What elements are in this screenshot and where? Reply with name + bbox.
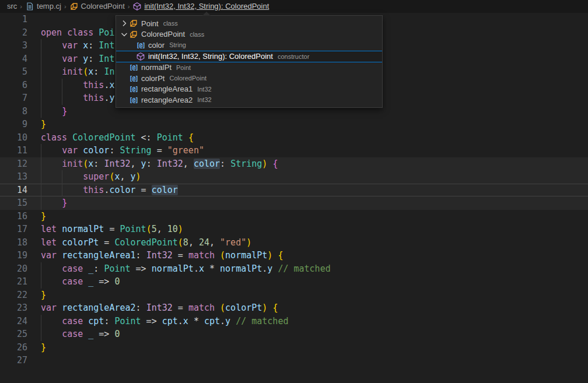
token: Int bbox=[99, 54, 114, 64]
line-number: 18 bbox=[0, 236, 27, 250]
chevron-down-icon[interactable] bbox=[120, 30, 129, 39]
line-number: 4 bbox=[0, 52, 27, 66]
token bbox=[41, 106, 62, 117]
symbol-row-rectanglearea2[interactable]: [@]rectangleArea2Int32 bbox=[116, 94, 382, 106]
code-text: let colorPt = ColoredPoint(8, 24, "red") bbox=[41, 236, 251, 250]
token: <: bbox=[141, 132, 152, 143]
symbol-class-icon bbox=[129, 30, 138, 39]
token: In bbox=[104, 66, 114, 77]
token: x bbox=[83, 40, 88, 51]
code-line-16[interactable]: 16} bbox=[0, 210, 588, 223]
symbol-name: init(Int32, Int32, String): ColoredPoint bbox=[148, 52, 273, 61]
token: } bbox=[41, 211, 46, 222]
code-line-19[interactable]: 19var rectangleArea1: Int32 = match (nor… bbox=[0, 249, 588, 262]
token: : bbox=[146, 159, 157, 169]
code-text: } bbox=[41, 289, 46, 302]
token: => bbox=[93, 276, 114, 287]
line-number: 6 bbox=[0, 79, 27, 92]
symbol-class-icon bbox=[129, 19, 138, 28]
line-number: 5 bbox=[0, 65, 27, 79]
token: } bbox=[62, 198, 67, 208]
line-number: 16 bbox=[0, 210, 27, 223]
token bbox=[57, 237, 62, 248]
breadcrumb-item-temp-cj[interactable]: temp.cj bbox=[25, 0, 61, 13]
token: => bbox=[93, 329, 114, 339]
token: y bbox=[141, 159, 146, 169]
dropdown-notch bbox=[202, 12, 211, 16]
token: 0 bbox=[114, 329, 120, 339]
token: ) bbox=[262, 303, 267, 313]
breadcrumb-separator-icon: › bbox=[128, 0, 130, 13]
code-text: } bbox=[41, 118, 46, 131]
code-text: } bbox=[41, 105, 67, 118]
symbol-row-colorpt[interactable]: [@]colorPtColoredPoint bbox=[116, 73, 382, 84]
token bbox=[41, 276, 62, 287]
token bbox=[41, 263, 62, 274]
symbol-row-init-int32-int32-string-[interactable]: init(Int32, Int32, String): ColoredPoint… bbox=[116, 51, 382, 62]
line-number: 12 bbox=[0, 157, 27, 171]
token bbox=[41, 329, 62, 339]
code-text: super(x, y) bbox=[41, 170, 141, 184]
token: cpt bbox=[162, 316, 178, 326]
symbol-row-color[interactable]: [@]colorString bbox=[116, 40, 382, 51]
token: = bbox=[173, 250, 188, 261]
token: _ bbox=[88, 276, 93, 287]
breadcrumb-item-init-int32-int32-string-[interactable]: init(Int32, Int32, String): ColoredPoint bbox=[132, 0, 269, 13]
token: 5 bbox=[152, 224, 157, 234]
line-number: 26 bbox=[0, 341, 27, 354]
token bbox=[41, 66, 62, 77]
token bbox=[83, 316, 88, 326]
code-line-9[interactable]: 9} bbox=[0, 118, 588, 131]
code-line-17[interactable]: 17let normalPt = Point(5, 10) bbox=[0, 223, 588, 236]
code-line-11[interactable]: 11 var color: String = "green" bbox=[0, 144, 588, 157]
token: cpt bbox=[204, 316, 220, 326]
token bbox=[67, 132, 72, 143]
token: Poi bbox=[99, 27, 114, 38]
token bbox=[152, 145, 157, 156]
token: x bbox=[88, 66, 93, 77]
breadcrumb-separator-icon: › bbox=[64, 0, 66, 13]
breadcrumb-item-src[interactable]: src bbox=[7, 0, 17, 13]
code-line-20[interactable]: 20 case _: Point => normalPt.x * normalP… bbox=[0, 262, 588, 276]
code-line-12[interactable]: 12 init(x: Int32, y: Int32, color: Strin… bbox=[0, 157, 588, 171]
line-number: 20 bbox=[0, 262, 27, 276]
token: var bbox=[62, 40, 78, 51]
token: Int bbox=[99, 40, 114, 51]
token bbox=[57, 303, 62, 313]
token bbox=[78, 54, 83, 64]
token: y bbox=[131, 171, 136, 182]
code-line-21[interactable]: 21 case _ => 0 bbox=[0, 275, 588, 289]
code-line-18[interactable]: 18let colorPt = ColoredPoint(8, 24, "red… bbox=[0, 236, 588, 250]
code-text: var color: String = "green" bbox=[41, 144, 204, 157]
token: ( bbox=[83, 159, 88, 169]
code-line-15[interactable]: 15 } bbox=[0, 196, 588, 210]
code-line-25[interactable]: 25 case _ => 0 bbox=[0, 328, 588, 341]
code-text: let normalPt = Point(5, 10) bbox=[41, 223, 183, 236]
chevron-right-icon[interactable] bbox=[120, 19, 129, 28]
token: "green" bbox=[167, 145, 204, 156]
token: color bbox=[109, 185, 135, 195]
token: Point bbox=[120, 224, 146, 234]
token: 10 bbox=[167, 224, 178, 234]
code-line-26[interactable]: 26} bbox=[0, 341, 588, 354]
code-line-22[interactable]: 22} bbox=[0, 289, 588, 302]
breadcrumb-item-coloredpoint[interactable]: ColoredPoint bbox=[69, 0, 125, 13]
token: _ bbox=[88, 263, 93, 274]
code-line-24[interactable]: 24 case cpt: Point => cpt.x * cpt.y // m… bbox=[0, 315, 588, 328]
token bbox=[93, 54, 99, 64]
symbol-row-rectanglearea1[interactable]: [@]rectangleArea1Int32 bbox=[116, 84, 382, 95]
symbol-row-coloredpoint[interactable]: ColoredPointclass bbox=[116, 29, 382, 40]
breadcrumb-separator-icon: › bbox=[20, 0, 22, 13]
token: = bbox=[136, 185, 152, 195]
code-line-10[interactable]: 10class ColoredPoint <: Point { bbox=[0, 131, 588, 145]
code-line-27[interactable]: 27 bbox=[0, 354, 588, 367]
symbol-row-normalpt[interactable]: [@]normalPtPoint bbox=[116, 62, 382, 73]
symbol-detail: class bbox=[190, 31, 204, 38]
symbol-row-point[interactable]: Pointclass bbox=[116, 18, 382, 29]
code-line-13[interactable]: 13 super(x, y) bbox=[0, 170, 588, 184]
token: "red" bbox=[220, 237, 246, 248]
code-line-23[interactable]: 23var rectangleArea2: Int32 = match (col… bbox=[0, 301, 588, 315]
code-text: class ColoredPoint <: Point { bbox=[41, 131, 194, 145]
token: => bbox=[141, 316, 162, 326]
code-line-14[interactable]: 14 this.color = color bbox=[0, 184, 588, 197]
